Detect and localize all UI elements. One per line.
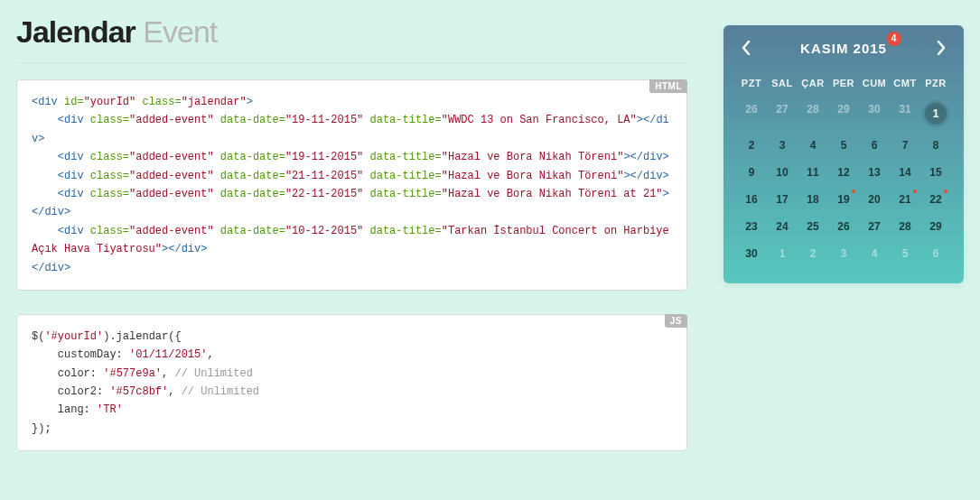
event-count-badge: 4: [887, 32, 901, 46]
calendar-month-year: KASIM 2015: [800, 41, 887, 56]
calendar-day[interactable]: 2: [798, 240, 828, 267]
title-light: Event: [143, 14, 217, 49]
calendar-day[interactable]: 6: [859, 132, 890, 159]
calendar-day[interactable]: 26: [828, 213, 859, 240]
calendar-day[interactable]: 3: [767, 132, 798, 159]
calendar-day[interactable]: 21: [890, 186, 920, 213]
calendar-day[interactable]: 2: [736, 132, 767, 159]
calendar-day[interactable]: 13: [859, 159, 890, 186]
calendar-day[interactable]: 14: [890, 159, 920, 186]
chevron-right-icon: [937, 41, 946, 55]
calendar-day[interactable]: 20: [859, 186, 890, 213]
calendar-day[interactable]: 11: [798, 159, 828, 186]
calendar-day[interactable]: 24: [767, 213, 798, 240]
calendar-day[interactable]: 1: [920, 96, 951, 132]
calendar-day[interactable]: 12: [828, 159, 859, 186]
calendar-day[interactable]: 17: [767, 186, 798, 213]
calendar-week-row: 9101112131415: [736, 159, 951, 186]
calendar-week-row: 2345678: [736, 132, 951, 159]
calendar-day[interactable]: 16: [736, 186, 767, 213]
next-month-button[interactable]: [931, 38, 951, 58]
chevron-left-icon: [742, 41, 751, 55]
calendar-week-row: 23242526272829: [736, 213, 951, 240]
calendar-day[interactable]: 28: [798, 96, 828, 132]
calendar-week-row: 2627282930311: [736, 96, 951, 132]
calendar-day[interactable]: 27: [859, 213, 890, 240]
calendar-weekday-row: PZTSALÇARPERCUMCMTPZR: [736, 70, 951, 96]
calendar-day[interactable]: 9: [736, 159, 767, 186]
calendar-day[interactable]: 15: [920, 159, 951, 186]
calendar-widget: KASIM 2015 4 PZTSALÇARPERCUMCMTPZR 26272…: [723, 25, 964, 283]
weekday-label: PER: [828, 70, 859, 96]
calendar-day[interactable]: 5: [890, 240, 920, 267]
calendar-day[interactable]: 27: [767, 96, 798, 132]
calendar-day[interactable]: 10: [767, 159, 798, 186]
calendar-day[interactable]: 30: [736, 240, 767, 267]
weekday-label: SAL: [767, 70, 798, 96]
calendar-title: KASIM 2015 4: [800, 41, 887, 56]
calendar-day[interactable]: 25: [798, 213, 828, 240]
calendar-day[interactable]: 19: [828, 186, 859, 213]
calendar-week-row: 16171819202122: [736, 186, 951, 213]
calendar-day[interactable]: 30: [859, 96, 890, 132]
calendar-day[interactable]: 8: [920, 132, 951, 159]
calendar-day[interactable]: 29: [920, 213, 951, 240]
calendar-day[interactable]: 29: [828, 96, 859, 132]
calendar-day[interactable]: 3: [828, 240, 859, 267]
calendar-day[interactable]: 7: [890, 132, 920, 159]
calendar-day[interactable]: 4: [859, 240, 890, 267]
weekday-label: CMT: [890, 70, 920, 96]
calendar-week-row: 30123456: [736, 240, 951, 267]
title-strong: Jalendar: [16, 14, 135, 49]
code-block-html: HTML <div id="yourId" class="jalendar"> …: [16, 79, 687, 291]
calendar-day[interactable]: 18: [798, 186, 828, 213]
weekday-label: PZR: [920, 70, 951, 96]
calendar-day[interactable]: 1: [767, 240, 798, 267]
calendar-day[interactable]: 28: [890, 213, 920, 240]
weekday-label: ÇAR: [798, 70, 828, 96]
weekday-label: CUM: [859, 70, 890, 96]
calendar-day[interactable]: 4: [798, 132, 828, 159]
calendar-day[interactable]: 22: [920, 186, 951, 213]
calendar-day[interactable]: 23: [736, 213, 767, 240]
calendar-day[interactable]: 6: [920, 240, 951, 267]
page-title: Jalendar Event: [16, 14, 687, 50]
calendar-day[interactable]: 26: [736, 96, 767, 132]
code-html-content: <div id="yourId" class="jalendar"> <div …: [32, 93, 672, 277]
code-js-content: $('#yourId').jalendar({ customDay: '01/1…: [32, 328, 672, 438]
code-lang-badge: HTML: [649, 79, 687, 93]
prev-month-button[interactable]: [736, 38, 756, 58]
code-block-js: JS $('#yourId').jalendar({ customDay: '0…: [16, 314, 687, 451]
calendar-day[interactable]: 31: [890, 96, 920, 132]
calendar-day[interactable]: 5: [828, 132, 859, 159]
code-lang-badge: JS: [665, 314, 687, 328]
divider: [16, 62, 687, 63]
weekday-label: PZT: [736, 70, 767, 96]
